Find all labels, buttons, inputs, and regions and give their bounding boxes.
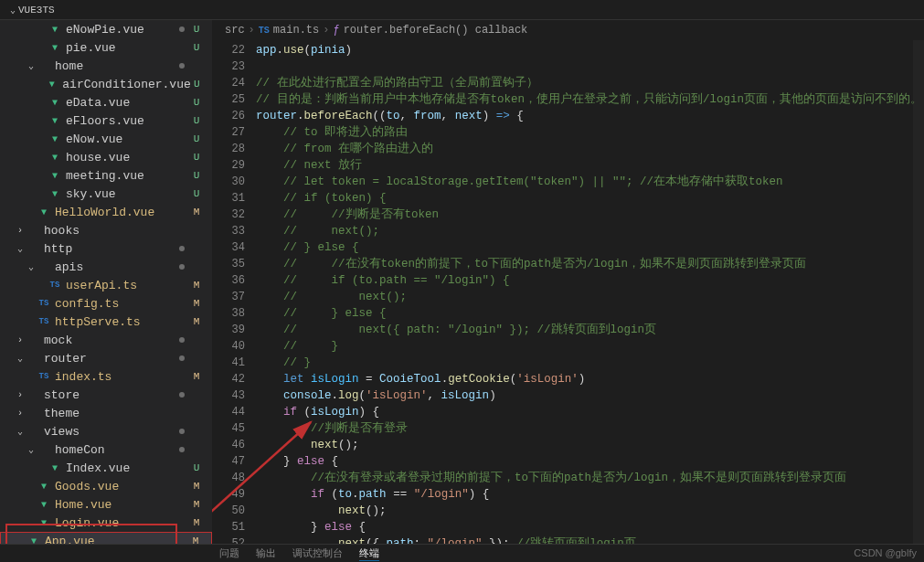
code-line[interactable]: app.use(pinia) <box>256 42 924 58</box>
chevron-icon[interactable]: ⌄ <box>15 243 26 254</box>
line-gutter: 2223242526272829303132333435363738394041… <box>212 40 256 544</box>
code-line[interactable]: // next(); <box>256 223 924 239</box>
ts-icon: TS <box>48 281 62 290</box>
code-line[interactable]: // } <box>256 355 924 371</box>
code-line[interactable]: } else { <box>256 519 924 535</box>
chevron-icon[interactable]: › <box>15 390 26 400</box>
file-item[interactable]: ▼eNowPie.vueU <box>0 20 212 38</box>
file-name: sky.vue <box>66 187 190 201</box>
folder-item[interactable]: ›hooks <box>0 221 212 239</box>
folder-item[interactable]: ›theme <box>0 404 212 422</box>
code-line[interactable]: let isLogin = CooieTool.getCookie('isLog… <box>256 371 924 387</box>
tab-terminal[interactable]: 终端 <box>359 546 379 561</box>
chevron-icon[interactable]: › <box>15 408 26 419</box>
tab-problems[interactable]: 问题 <box>219 546 239 560</box>
code-line[interactable]: //在没有登录或者登录过期的前提下，to下面的path是否为/login，如果不… <box>256 470 924 486</box>
code-line[interactable]: // } else { <box>256 305 924 322</box>
chevron-icon[interactable]: ⌄ <box>15 426 26 437</box>
chevron-icon[interactable]: › <box>15 335 26 345</box>
code-line[interactable]: //判断是否有登录 <box>256 420 924 437</box>
code-line[interactable]: // next 放行 <box>256 157 924 174</box>
tab-output[interactable]: 输出 <box>256 546 276 560</box>
code-line[interactable]: router.beforeEach((to, from, next) => { <box>256 108 924 124</box>
chevron-icon[interactable]: ⌄ <box>26 261 37 272</box>
file-name: views <box>44 425 179 439</box>
file-item[interactable]: ▼pie.vueU <box>0 38 212 57</box>
code-line[interactable]: // 目的是：判断当前用户中本地存储是否有token，使用户在登录之前，只能访问… <box>256 91 924 108</box>
git-status: U <box>190 133 203 144</box>
chevron-icon[interactable]: ⌄ <box>15 353 26 364</box>
code-line[interactable]: // } <box>256 338 924 355</box>
folder-item[interactable]: ›mock <box>0 331 212 349</box>
code-line[interactable]: next(); <box>256 503 924 519</box>
modified-dot-icon <box>179 429 185 434</box>
code-line[interactable]: // next(); <box>256 289 924 305</box>
bc-symbol[interactable]: router.beforeEach() callback <box>344 24 528 37</box>
code-line[interactable]: console.log('isLogin', isLogin) <box>256 387 924 404</box>
tab-debug-console[interactable]: 调试控制台 <box>292 546 343 560</box>
file-item[interactable]: ▼Index.vueU <box>0 459 212 477</box>
file-item[interactable]: ▼HelloWorld.vueM <box>0 203 212 221</box>
code-line[interactable]: // //在没有token的前提下，to下面的path是否为/login，如果不… <box>256 256 924 272</box>
file-item[interactable]: ▼airConditioner.vueU <box>0 75 212 93</box>
chevron-icon[interactable]: › <box>15 226 26 236</box>
file-item[interactable]: ▼eFloors.vueU <box>0 111 212 130</box>
code-line[interactable]: if (to.path == "/login") { <box>256 486 924 503</box>
file-item[interactable]: TSuserApi.tsM <box>0 276 212 294</box>
file-item[interactable]: TSindex.tsM <box>0 367 212 386</box>
git-status: M <box>190 316 203 327</box>
git-status: M <box>190 298 203 309</box>
file-name: config.ts <box>55 297 190 311</box>
file-item[interactable]: ▼sky.vueU <box>0 185 212 203</box>
code-editor[interactable]: 2223242526272829303132333435363738394041… <box>212 40 924 544</box>
bottom-panel[interactable]: 问题 输出 调试控制台 终端 <box>0 544 924 562</box>
code-line[interactable]: next({ path: "/login" }); //跳转页面到login页 <box>256 535 924 544</box>
folder-item[interactable]: ›store <box>0 386 212 404</box>
chevron-right-icon: › <box>323 24 329 37</box>
code-line[interactable]: // if (token) { <box>256 190 924 207</box>
file-item[interactable]: ▼eData.vueU <box>0 93 212 111</box>
code-line[interactable]: // from 在哪个路由进入的 <box>256 141 924 157</box>
vue-icon: ▼ <box>48 25 62 35</box>
file-item[interactable]: ▼Login.vueM <box>0 514 212 532</box>
bc-file[interactable]: main.ts <box>273 24 319 37</box>
code-content[interactable]: app.use(pinia)// 在此处进行配置全局的路由守卫（全局前置钩子）/… <box>256 40 924 544</box>
code-line[interactable]: if (isLogin) { <box>256 404 924 420</box>
file-name: eNow.vue <box>66 133 190 146</box>
code-line[interactable]: // to 即将进入的路由 <box>256 124 924 141</box>
folder-item[interactable]: ⌄router <box>0 349 212 367</box>
chevron-icon[interactable]: ⌄ <box>26 444 37 455</box>
chevron-right-icon: › <box>249 24 255 37</box>
code-line[interactable]: // if (to.path == "/login") { <box>256 272 924 289</box>
breadcrumbs[interactable]: src › TS main.ts › ƒ router.beforeEach()… <box>212 20 924 40</box>
file-item[interactable]: ▼Goods.vueM <box>0 477 212 495</box>
folder-item[interactable]: ⌄homeCon <box>0 440 212 459</box>
file-item[interactable]: ▼eNow.vueU <box>0 130 212 148</box>
folder-item[interactable]: ⌄home <box>0 57 212 75</box>
code-line[interactable]: } else { <box>256 453 924 470</box>
code-line[interactable]: next(); <box>256 437 924 453</box>
vertical-scrollbar[interactable] <box>913 40 924 544</box>
code-line[interactable]: // } else { <box>256 239 924 256</box>
code-line[interactable] <box>256 58 924 75</box>
folder-item[interactable]: ⌄http <box>0 239 212 258</box>
chevron-icon[interactable]: ⌄ <box>26 60 37 71</box>
code-line[interactable]: // let token = localStorage.getItem("tok… <box>256 174 924 190</box>
file-explorer[interactable]: ▼eNowPie.vueU▼pie.vueU⌄home▼airCondition… <box>0 20 212 544</box>
code-line[interactable]: // next({ path: "/login" }); //跳转页面到logi… <box>256 322 924 338</box>
file-name: http <box>44 242 179 256</box>
file-name: Login.vue <box>55 516 190 530</box>
file-item[interactable]: ▼meeting.vueU <box>0 166 212 185</box>
file-item[interactable]: TShttpServe.tsM <box>0 313 212 331</box>
code-line[interactable]: // 在此处进行配置全局的路由守卫（全局前置钩子） <box>256 75 924 91</box>
file-item[interactable]: ▼Home.vueM <box>0 495 212 514</box>
file-item[interactable]: ▼house.vueU <box>0 148 212 166</box>
folder-item[interactable]: ⌄apis <box>0 258 212 276</box>
file-name: userApi.ts <box>66 279 190 292</box>
file-name: index.ts <box>55 370 190 384</box>
file-item[interactable]: ▼App.vueM <box>0 532 212 544</box>
file-item[interactable]: TSconfig.tsM <box>0 294 212 313</box>
folder-item[interactable]: ⌄views <box>0 422 212 440</box>
bc-folder[interactable]: src <box>225 24 245 37</box>
code-line[interactable]: // //判断是否有token <box>256 207 924 223</box>
